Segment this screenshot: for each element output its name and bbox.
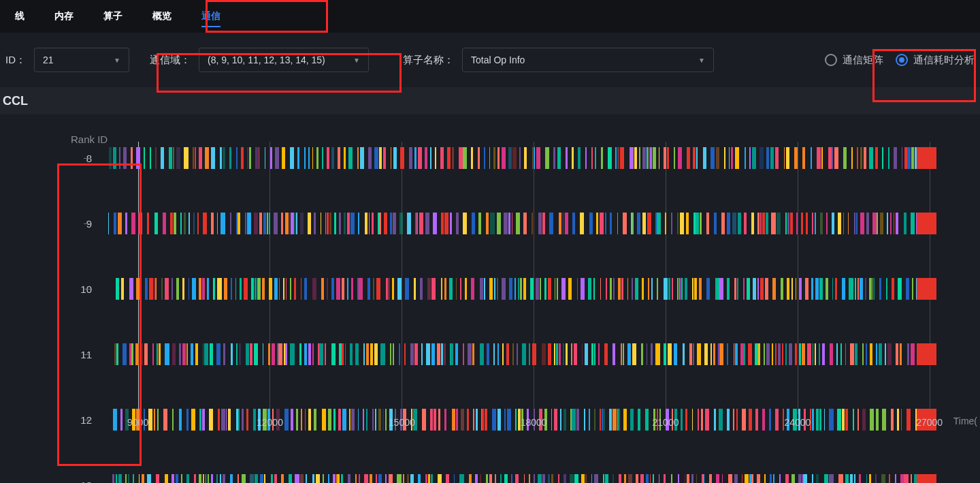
x-axis-title: Time( (953, 416, 977, 426)
x-tick-label: 9000 (127, 417, 148, 428)
domain-select-value: (8, 9, 10, 11, 12, 13, 14, 15) (208, 54, 325, 65)
top-tabs: 线 内存 算子 概览 通信 (0, 0, 980, 33)
filter-bar: ID： 21 ▼ 通信域： (8, 9, 10, 11, 12, 13, 14,… (0, 33, 980, 87)
filter-id-label: ID： (5, 54, 26, 67)
filter-op-group: 算子名称： Total Op Info ▼ (403, 48, 714, 72)
rank-bars (95, 474, 951, 483)
chevron-down-icon: ▼ (698, 57, 705, 64)
filter-domain-group: 通信域： (8, 9, 10, 11, 12, 13, 14, 15) ▼ (150, 48, 369, 72)
timeline-row[interactable]: 8 (94, 142, 951, 174)
filter-id-group: ID： 21 ▼ (5, 48, 129, 72)
tab-operators[interactable]: 算子 (88, 0, 137, 33)
tab-memory[interactable]: 内存 (39, 0, 88, 33)
rank-bars (95, 343, 951, 365)
x-tick-label: 27000 (916, 417, 943, 428)
tab-line[interactable]: 线 (0, 0, 39, 33)
op-select[interactable]: Total Op Info ▼ (462, 48, 714, 72)
view-radios: 通信矩阵 通信耗时分析 (825, 54, 975, 67)
section-title: CCL (0, 87, 980, 114)
chevron-down-icon: ▼ (114, 57, 120, 64)
rank-bars (95, 147, 951, 169)
radio-analysis-label: 通信耗时分析 (913, 54, 975, 67)
timeline-plot[interactable]: 89101112131415 (94, 142, 951, 414)
radio-icon (825, 54, 837, 66)
tab-overview[interactable]: 概览 (137, 0, 186, 33)
radio-icon (896, 54, 908, 66)
radio-matrix[interactable]: 通信矩阵 (825, 54, 883, 67)
radio-matrix-label: 通信矩阵 (843, 54, 883, 67)
x-axis-ticks: 9000120001500018000210002400027000 (94, 414, 951, 431)
filter-op-label: 算子名称： (403, 54, 454, 67)
x-tick-label: 15000 (389, 417, 415, 428)
radio-analysis[interactable]: 通信耗时分析 (896, 54, 975, 67)
timeline-row[interactable]: 13 (94, 469, 951, 483)
id-select[interactable]: 21 ▼ (34, 48, 129, 72)
rank-bars (95, 213, 951, 234)
filter-domain-label: 通信域： (150, 54, 191, 67)
timeline-row[interactable]: 9 (94, 207, 951, 240)
rank-bars (95, 278, 951, 300)
op-select-value: Total Op Info (471, 54, 525, 65)
domain-select[interactable]: (8, 9, 10, 11, 12, 13, 14, 15) ▼ (199, 48, 369, 72)
id-select-value: 21 (43, 54, 54, 65)
timeline-row[interactable]: 10 (94, 272, 951, 305)
chart-container: Rank ID Time( 89101112131415 90001200015… (0, 114, 980, 444)
chevron-down-icon: ▼ (353, 57, 360, 64)
x-tick-label: 24000 (784, 417, 811, 428)
x-tick-label: 18000 (521, 417, 547, 428)
x-tick-label: 12000 (257, 417, 283, 428)
timeline-row[interactable]: 11 (94, 338, 951, 371)
x-tick-label: 21000 (653, 417, 679, 428)
tab-communication[interactable]: 通信 (186, 0, 235, 33)
rank-label: 13 (74, 480, 92, 484)
